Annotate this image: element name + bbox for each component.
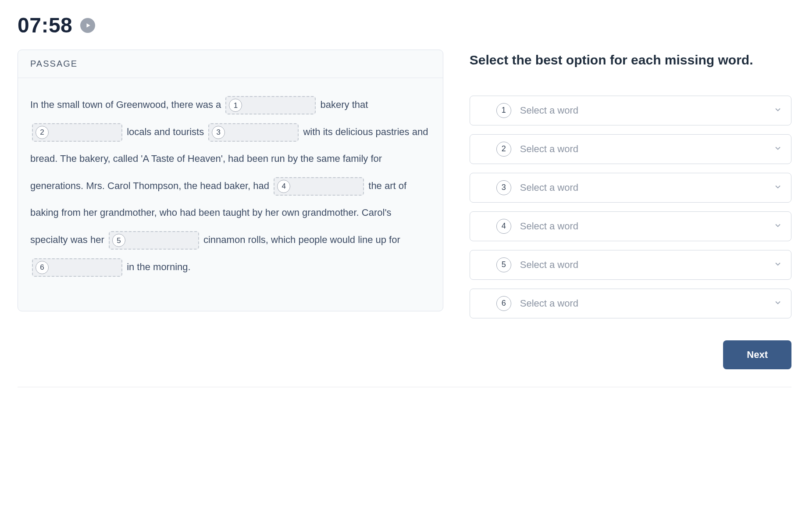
passage-text: bakery that	[321, 99, 368, 110]
blank-6[interactable]: 6	[32, 258, 122, 277]
blank-1[interactable]: 1	[225, 96, 316, 114]
chevron-down-icon	[773, 105, 782, 116]
blank-number: 3	[212, 126, 225, 139]
blank-number: 6	[36, 261, 49, 274]
blank-number: 5	[112, 234, 125, 247]
passage-header: PASSAGE	[18, 50, 443, 78]
timer: 07:58	[18, 13, 72, 37]
select-placeholder: Select a word	[520, 298, 765, 309]
chevron-down-icon	[773, 298, 782, 309]
chevron-down-icon	[773, 260, 782, 270]
select-list: 1 Select a word 2 Select a word 3 Select…	[470, 96, 791, 318]
passage-panel: PASSAGE In the small town of Greenwood, …	[18, 50, 443, 311]
select-number: 5	[496, 257, 511, 272]
chevron-down-icon	[773, 144, 782, 154]
play-button[interactable]	[80, 18, 95, 33]
select-number: 3	[496, 180, 511, 195]
next-button[interactable]: Next	[723, 340, 791, 369]
select-placeholder: Select a word	[520, 143, 765, 155]
passage-text: In the small town of Greenwood, there wa…	[30, 99, 224, 110]
select-placeholder: Select a word	[520, 221, 765, 232]
blank-number: 2	[36, 126, 49, 139]
select-placeholder: Select a word	[520, 182, 765, 193]
blank-4[interactable]: 4	[274, 177, 364, 196]
select-word-4[interactable]: 4 Select a word	[470, 211, 791, 241]
play-icon	[85, 22, 91, 29]
blank-2[interactable]: 2	[32, 123, 122, 142]
passage-text: cinnamon rolls, which people would line …	[203, 234, 400, 245]
passage-body: In the small town of Greenwood, there wa…	[18, 78, 443, 311]
select-number: 6	[496, 296, 511, 311]
select-word-6[interactable]: 6 Select a word	[470, 289, 791, 318]
passage-text: locals and tourists	[127, 126, 207, 137]
chevron-down-icon	[773, 182, 782, 193]
select-word-1[interactable]: 1 Select a word	[470, 96, 791, 125]
blank-3[interactable]: 3	[208, 123, 299, 142]
select-number: 4	[496, 219, 511, 234]
select-word-2[interactable]: 2 Select a word	[470, 134, 791, 164]
chevron-down-icon	[773, 221, 782, 232]
instruction-text: Select the best option for each missing …	[470, 51, 791, 69]
blank-number: 1	[229, 99, 242, 112]
divider	[18, 387, 791, 387]
select-word-3[interactable]: 3 Select a word	[470, 173, 791, 203]
select-number: 1	[496, 103, 511, 118]
select-placeholder: Select a word	[520, 105, 765, 116]
blank-5[interactable]: 5	[109, 231, 199, 250]
passage-text: in the morning.	[127, 261, 191, 272]
select-number: 2	[496, 142, 511, 157]
select-placeholder: Select a word	[520, 259, 765, 271]
select-word-5[interactable]: 5 Select a word	[470, 250, 791, 280]
blank-number: 4	[277, 180, 290, 193]
